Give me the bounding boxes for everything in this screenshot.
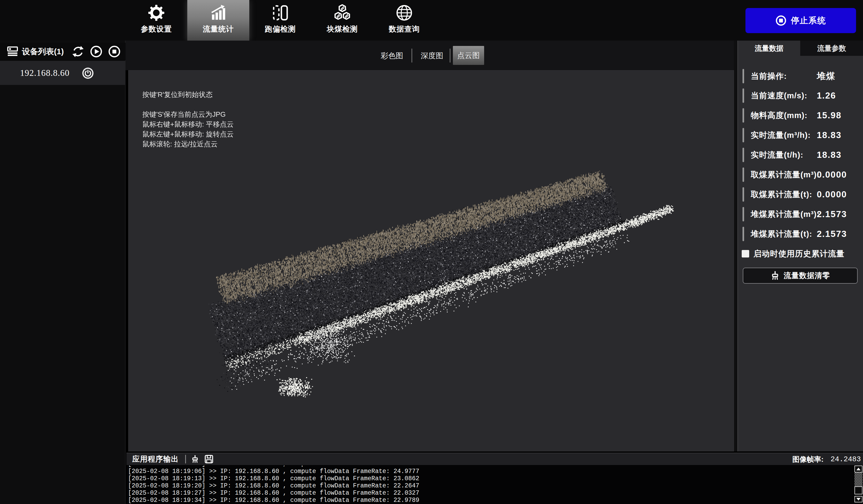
belt-deviation-icon [272,4,289,21]
scroll-up-arrow[interactable] [854,466,862,473]
toolbar-item-deviation-detection[interactable]: 跑偏检测 [249,0,311,41]
device-sidebar [0,41,126,504]
row-marker [742,207,744,222]
row-marker [742,167,744,182]
flow-row-reclaim-total-m3: 取煤累计流量(m³): 0.0000 [738,167,863,182]
tab-divider [411,49,412,63]
scrollbar-thumb[interactable] [854,487,862,494]
log-line: [2025-02-08 18:19:27] >> IP: 192.168.8.6… [128,490,849,497]
flow-row-current-operation: 当前操作: 堆煤 [738,68,863,84]
clear-flow-data-button[interactable]: 流量数据清零 [743,268,858,284]
toolbar-item-label: 跑偏检测 [265,24,296,34]
toolbar-item-label: 数据查询 [389,24,420,34]
console-header-divider [185,455,186,463]
point-cloud-viewport[interactable]: 按键'R'复位到初始状态 按键'S'保存当前点云为JPG 鼠标右键+鼠标移动: … [128,70,734,451]
log-line: [2025-02-08 18:19:20] >> IP: 192.168.8.6… [128,482,849,490]
console-header: 应用程序输出 图像帧率: 24.2483 [126,453,863,465]
log-output: [2025-02-08 18:19:06] >> IP: 192.168.8.6… [128,466,849,504]
toolbar-item-label: 块煤检测 [327,24,358,34]
flow-row-current-speed: 当前速度(m/s): 1.26 [738,88,863,103]
row-marker [742,108,744,123]
toolbar-item-label: 参数设置 [141,24,172,34]
scroll-down-arrow[interactable] [854,496,862,502]
flow-panel-tabs: 流量数据 流量参数 [738,41,863,56]
toolbar-item-data-query[interactable]: 数据查询 [373,0,435,41]
flow-data-panel: 流量数据 流量参数 当前操作: 堆煤 当前速度(m/s): 1.26 物料高度(… [737,41,863,451]
stop-icon [775,15,787,26]
clear-flow-data-label: 流量数据清零 [784,270,830,281]
tab-flow-parameters[interactable]: 流量参数 [800,41,863,56]
toolbar-items: 参数设置 流量统计 [125,0,435,41]
row-marker [742,88,744,103]
coal-lumps-icon [334,4,351,21]
device-list-icon [7,46,18,57]
device-power-icon[interactable] [82,67,94,79]
flow-row-realtime-flow-t: 实时流量(t/h): 18.83 [738,148,863,162]
viewer-instructions: 按键'R'复位到初始状态 按键'S'保存当前点云为JPG 鼠标右键+鼠标移动: … [142,90,234,149]
save-log-icon[interactable] [204,454,214,464]
tab-color-map[interactable]: 彩色图 [381,51,403,61]
clear-log-broom-icon[interactable] [191,455,199,463]
toolbar-item-parameter-settings[interactable]: 参数设置 [125,0,187,41]
panel-gutter [734,41,737,451]
application-output-console: 应用程序输出 图像帧率: 24.2483 [2025-02-08 18:19:0… [126,453,863,504]
tab-depth-map[interactable]: 深度图 [421,51,443,61]
log-scrollbar[interactable] [854,466,862,504]
tab-point-cloud-label: 点云图 [458,50,480,61]
flow-row-material-height: 物料高度(mm): 15.98 [738,108,863,123]
device-row[interactable]: 192.168.8.60 [0,61,125,85]
log-partial-line: [2025-02-08 18:19:06] >> IP: 192.168.8.6… [128,466,849,468]
row-marker [742,227,744,241]
view-tab-strip: 彩色图 深度图 点云图 [126,41,735,70]
start-all-icon[interactable] [90,46,102,58]
row-marker [742,69,744,83]
framerate-label: 图像帧率: [792,455,824,464]
tab-divider [450,49,450,63]
scrollbar-track[interactable] [854,473,862,487]
toolbar-item-label: 流量统计 [203,24,234,34]
toolbar-item-flow-statistics[interactable]: 流量统计 [187,0,249,41]
flow-row-stack-total-m3: 堆煤累计流量(m³): 2.1573 [738,207,863,222]
top-toolbar: 参数设置 流量统计 [0,0,863,41]
device-list-header: 设备列表(1) [0,43,126,60]
log-line: [2025-02-08 18:19:13] >> IP: 192.168.8.6… [128,475,849,482]
history-total-label: 启动时使用历史累计流量 [753,248,845,259]
globe-icon [396,4,413,21]
framerate-value: 24.2483 [831,455,861,463]
bar-chart-icon [210,4,227,21]
stop-system-button[interactable]: 停止系统 [746,8,856,33]
console-title: 应用程序输出 [132,454,179,464]
device-list-title: 设备列表(1) [22,46,64,57]
flow-row-stack-total-t: 堆煤累计流量(t): 2.1573 [738,227,863,241]
stop-all-icon[interactable] [108,46,121,58]
broom-icon [770,271,780,280]
tab-point-cloud[interactable]: 点云图 [453,46,484,65]
flow-row-realtime-flow-m3: 实时流量(m³/h): 18.83 [738,128,863,143]
history-total-checkbox[interactable] [742,250,749,257]
device-ip: 192.168.8.60 [20,68,70,78]
row-marker [742,187,744,202]
log-line: [2025-02-08 18:19:06] >> IP: 192.168.8.6… [128,468,849,475]
gear-icon [148,4,165,21]
row-marker [742,148,744,162]
log-line: [2025-02-08 18:19:34] >> IP: 192.168.8.6… [128,497,849,504]
flow-row-reclaim-total-t: 取煤累计流量(t): 0.0000 [738,187,863,202]
tab-flow-data[interactable]: 流量数据 [738,41,800,56]
history-total-row: 启动时使用历史累计流量 [738,246,863,261]
stop-system-label: 停止系统 [791,15,826,26]
framerate-readout: 图像帧率: 24.2483 [792,453,861,466]
refresh-devices-icon[interactable] [72,46,84,58]
row-marker [742,128,744,142]
toolbar-item-lump-coal-detection[interactable]: 块煤检测 [311,0,373,41]
